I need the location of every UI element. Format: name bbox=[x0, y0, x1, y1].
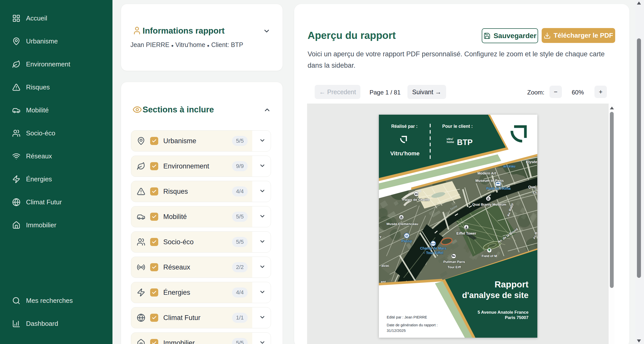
svg-text:d'analyse de site: d'analyse de site bbox=[462, 290, 528, 300]
svg-text:Modern Art: Modern Art bbox=[477, 171, 496, 175]
svg-text:Passy: Passy bbox=[401, 239, 412, 243]
svg-text:BTP: BTP bbox=[457, 138, 473, 147]
svg-text:Y: Y bbox=[379, 235, 382, 239]
svg-text:5 Avenue Anatole France: 5 Avenue Anatole France bbox=[478, 310, 528, 315]
svg-text:M: M bbox=[405, 234, 408, 238]
svg-text:Champ de Mars: Champ de Mars bbox=[420, 246, 446, 250]
svg-text:Palais de Chaillo: Palais de Chaillo bbox=[402, 198, 429, 202]
svg-text:Pont de l'Alma: Pont de l'Alma bbox=[486, 186, 511, 190]
svg-text:Date de génération du rapport: Date de génération du rapport : bbox=[387, 323, 438, 327]
svg-text:Pour le client :: Pour le client : bbox=[442, 124, 473, 129]
svg-text:G: G bbox=[535, 187, 537, 190]
svg-text:Quai Branly Museum: Quai Branly Museum bbox=[472, 203, 506, 206]
svg-text:home: home bbox=[447, 140, 454, 143]
svg-text:RER: RER bbox=[431, 242, 435, 245]
svg-text:Tour Eiff: Tour Eiff bbox=[448, 265, 461, 269]
svg-text:Musée Clemenceau: Musée Clemenceau bbox=[386, 222, 418, 226]
svg-text:alzac: alzac bbox=[381, 264, 389, 267]
svg-text:Pullman Paris: Pullman Paris bbox=[443, 260, 465, 264]
svg-text:Edité par : Jean PIERRE: Edité par : Jean PIERRE bbox=[387, 315, 427, 319]
svg-text:31/12/2025: 31/12/2025 bbox=[387, 328, 406, 333]
svg-text:CA: CA bbox=[533, 191, 537, 194]
svg-text:Elysées: Elysées bbox=[526, 160, 537, 164]
svg-text:Eiffel Tower: Eiffel Tower bbox=[456, 231, 476, 235]
svg-text:Rapport: Rapport bbox=[495, 279, 529, 289]
svg-text:Field of M: Field of M bbox=[482, 254, 497, 258]
svg-text:Réalisé par :: Réalisé par : bbox=[391, 124, 418, 129]
svg-text:Vitru'home: Vitru'home bbox=[390, 150, 420, 157]
svg-text:Paris 75007: Paris 75007 bbox=[505, 315, 528, 320]
svg-text:vitru': vitru' bbox=[447, 137, 453, 140]
svg-text:– Tour Eiffel: – Tour Eiffel bbox=[423, 251, 443, 255]
